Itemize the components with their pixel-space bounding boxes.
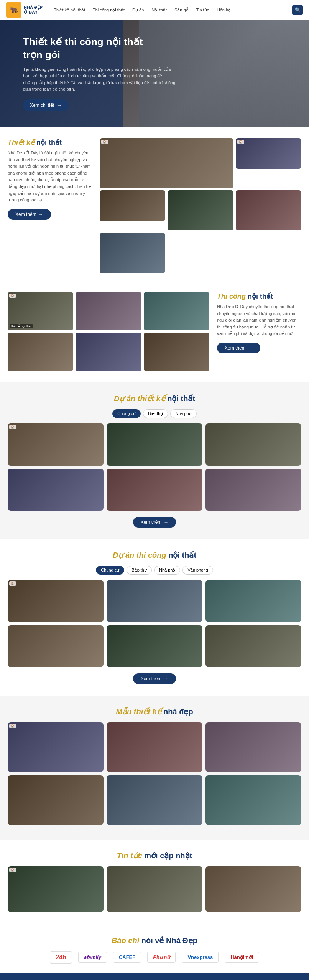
thietke-btn-label: Xem thêm <box>15 212 36 217</box>
duan-tc-grid: 🏠 <box>8 580 301 667</box>
thicong-xemthem-button[interactable]: Xem thêm → <box>217 343 260 353</box>
baochi-title: Báo chí nói về Nhà Đẹp <box>8 936 301 945</box>
thicong-section: 🏠 Bán lẻ nội thất Thi công nội thất Nhà … <box>0 284 309 382</box>
tc-project-img-2 <box>107 580 202 622</box>
tc-gallery-1: 🏠 Bán lẻ nội thất <box>8 292 73 330</box>
mau-item-2 <box>107 722 202 772</box>
project-img-3 <box>205 423 301 466</box>
baochi-logo-phunu: Phụ nữ <box>147 952 176 963</box>
watermark-1: 🏠 <box>101 140 108 144</box>
tc-project-6 <box>205 625 301 667</box>
project-item-1: 🏠 <box>8 423 104 466</box>
baochi-title-italic: Báo chí <box>112 936 139 945</box>
thicong-title-italic: Thi công <box>217 292 246 300</box>
hero-title-line2: trọn gói <box>23 49 60 60</box>
mau-item-6 <box>205 775 301 825</box>
duan-tc-btn[interactable]: Xem thêm → <box>133 673 176 684</box>
nav-link-thicong[interactable]: Thi công nội thất <box>89 6 128 15</box>
mau-item-4 <box>8 775 104 825</box>
tintuc-grid: 🏠 <box>8 866 301 912</box>
filter-chungcu[interactable]: Chung cư <box>112 409 141 418</box>
tintuc-item-1: 🏠 <box>8 866 104 912</box>
thietke-title-italic: Thiết kế <box>8 139 35 146</box>
project-item-5 <box>107 469 202 511</box>
baochi-logo-afamily: afamily <box>78 952 107 963</box>
tc-gallery-3 <box>144 292 209 330</box>
tc-project-3 <box>205 580 301 622</box>
baochi-logo-hanoimoi: Hànộimới <box>225 952 259 963</box>
tc-project-img-6 <box>205 625 301 667</box>
logo[interactable]: 🐂 NHÀ ĐẸP Ở ĐÂY <box>6 2 43 18</box>
thietke-gallery: 🏠 🏠 <box>100 138 301 273</box>
duan-tc-btn-label: Xem thêm <box>141 676 162 681</box>
filter-tc-vanphong[interactable]: Văn phòng <box>182 566 213 575</box>
hero-title: Thiết kế thi công nội thất trọn gói <box>23 36 176 62</box>
thietke-xemthem-button[interactable]: Xem thêm → <box>8 209 51 220</box>
tc-project-img-4 <box>8 625 104 667</box>
gallery-image-5 <box>236 190 301 230</box>
gallery-image-4 <box>168 190 233 230</box>
thicong-right: Thi công nội thất Nhà Đẹp Ở Đây chuyên t… <box>217 292 301 371</box>
thietke-title-normal: nội thất <box>36 139 62 146</box>
tc-gallery-5 <box>76 333 141 371</box>
project-img-6 <box>205 469 301 511</box>
duan-tk-italic: Dự án thiết kế <box>114 394 165 403</box>
filter-nhapho[interactable]: Nhà phố <box>170 409 196 418</box>
search-icon: 🔍 <box>295 7 301 13</box>
nav-link-tintuc[interactable]: Tin tức <box>193 6 213 15</box>
mau-thietke-section: Mẫu thiết kế nhà đẹp 🏠 <box>0 696 309 840</box>
thietke-section: Thiết kế nội thất Nhà Đẹp Ở Đây là đội n… <box>0 127 309 284</box>
tc-project-1: 🏠 <box>8 580 104 622</box>
project-item-4 <box>8 469 104 511</box>
mau-item-3 <box>205 722 301 772</box>
tintuc-title-normal: mới cập nhật <box>144 851 192 860</box>
thietke-title: Thiết kế nội thất <box>8 138 92 147</box>
mau-item-1: 🏠 <box>8 722 104 772</box>
hero-section: Thiết kế thi công nội thất trọn gói Tại … <box>0 20 309 127</box>
baochi-logo-24h: 24h <box>50 951 72 964</box>
hero-cta-button[interactable]: Xem chi tiết → <box>23 99 69 111</box>
thicong-gallery: 🏠 Bán lẻ nội thất <box>8 292 209 371</box>
tc-project-img-3 <box>205 580 301 622</box>
project-item-3 <box>205 423 301 466</box>
tc-project-2 <box>107 580 202 622</box>
tintuc-item-3 <box>205 866 301 912</box>
thietke-left: Thiết kế nội thất Nhà Đẹp Ở Đây là đội n… <box>8 138 92 273</box>
tintuc-section: Tin tức mới cập nhật 🏠 <box>0 840 309 927</box>
nav-link-sango[interactable]: Sản gỗ <box>171 6 192 15</box>
logo-icon: 🐂 <box>6 2 21 18</box>
duan-tk-btn[interactable]: Xem thêm → <box>133 517 176 528</box>
duan-tc-italic: Dự án thi công <box>113 551 166 559</box>
tc-gallery-2 <box>76 292 141 330</box>
mau-title-normal: nhà đẹp <box>163 707 193 716</box>
duan-tc-normal: nội thất <box>168 551 196 559</box>
tc-watermark-1: 🏠 <box>9 294 16 298</box>
filter-bietthu[interactable]: Biệt thự <box>143 409 168 418</box>
gallery-image-3 <box>100 190 165 221</box>
project-item-6 <box>205 469 301 511</box>
tintuc-item-2 <box>107 866 202 912</box>
arrow-icon: → <box>164 519 168 525</box>
mau-title-italic: Mẫu thiết kế <box>116 707 161 716</box>
filter-tc-nhapho[interactable]: Nhà phố <box>154 566 180 575</box>
thicong-btn-label: Xem thêm <box>225 345 246 351</box>
nav-link-noithat[interactable]: Nội thất <box>148 6 170 15</box>
filter-tc-chungcu[interactable]: Chung cư <box>96 566 124 575</box>
gallery-image-1: 🏠 <box>100 138 233 188</box>
nav-link-duan[interactable]: Dự án <box>129 6 147 15</box>
project-img-2 <box>107 423 202 466</box>
tc-label-1: Bán lẻ nội thất <box>10 324 33 328</box>
logo-text: NHÀ ĐẸP Ở ĐÂY <box>24 5 43 15</box>
duan-tk-normal: nội thất <box>167 394 195 403</box>
logo-line2: Ở ĐÂY <box>24 10 43 15</box>
search-button[interactable]: 🔍 <box>292 5 303 15</box>
arrow-icon: → <box>39 212 43 217</box>
project-item-2 <box>107 423 202 466</box>
filter-tc-bepthu[interactable]: Bếp thư <box>127 566 152 575</box>
duan-thicong-section: Dự án thi công nội thất Chung cư Bếp thư… <box>0 539 309 696</box>
nav-link-thietke[interactable]: Thiết kế nội thất <box>50 6 89 15</box>
nav-link-lienhe[interactable]: Liên hệ <box>213 6 234 15</box>
baochi-logos: 24h afamily CAFEF Phụ nữ Vnexpress Hànội… <box>8 951 301 964</box>
baochi-title-normal: nói về Nhà Đẹp <box>141 936 197 945</box>
nav-links: Thiết kế nội thất Thi công nội thất Dự á… <box>50 6 292 15</box>
